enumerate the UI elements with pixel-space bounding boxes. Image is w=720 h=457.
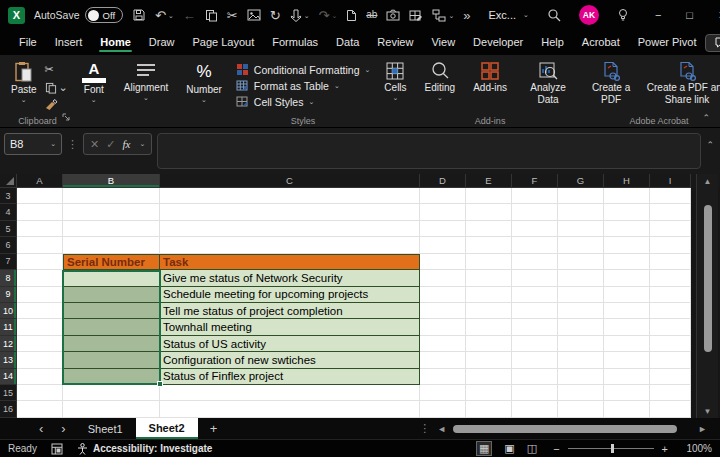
camera-icon[interactable] [386, 9, 400, 21]
cell-A8[interactable] [17, 270, 63, 286]
cell-E3[interactable] [466, 188, 512, 204]
cell-A5[interactable] [17, 221, 63, 237]
cell-F16[interactable] [512, 401, 558, 417]
cell-I12[interactable] [650, 336, 691, 352]
column-header-E[interactable]: E [466, 174, 512, 188]
cell-E13[interactable] [466, 352, 512, 368]
cell-G14[interactable] [558, 369, 604, 385]
create-pdf-button[interactable]: Create a PDF [585, 60, 637, 106]
cell-H10[interactable] [604, 303, 650, 319]
sheet-tab-sheet1[interactable]: Sheet1 [75, 418, 136, 439]
tab-review[interactable]: Review [368, 32, 422, 53]
column-header-G[interactable]: G [558, 174, 604, 188]
alignment-button[interactable]: Alignment⌄ [120, 60, 172, 103]
cell-F3[interactable] [512, 188, 558, 204]
autosave-control[interactable]: AutoSave Off [34, 7, 123, 23]
tab-formulas[interactable]: Formulas [263, 32, 327, 53]
paste-button[interactable]: Paste⌄ [7, 60, 41, 105]
cell-A11[interactable] [17, 319, 63, 335]
cell-F7[interactable] [512, 254, 558, 270]
cell-I16[interactable] [650, 401, 691, 417]
cell-G3[interactable] [558, 188, 604, 204]
autosave-toggle[interactable]: Off [85, 7, 124, 23]
cell-D16[interactable] [420, 401, 466, 417]
conditional-formatting-button[interactable]: Conditional Formatting⌄ [236, 63, 371, 76]
select-all-corner[interactable] [0, 174, 17, 188]
cell-I4[interactable] [650, 204, 691, 220]
row-header-10[interactable]: 10 [0, 303, 17, 319]
row-header-13[interactable]: 13 [0, 352, 17, 368]
cell-E6[interactable] [466, 237, 512, 253]
copy-icon[interactable] [205, 9, 218, 22]
cell-B5[interactable] [63, 221, 160, 237]
cell-G13[interactable] [558, 352, 604, 368]
tab-home[interactable]: Home [91, 32, 140, 53]
next-sheet-icon[interactable]: › [52, 421, 74, 436]
cell-I7[interactable] [650, 254, 691, 270]
cell-B7[interactable]: Serial Number [63, 254, 160, 270]
cell-G11[interactable] [558, 319, 604, 335]
cells-button[interactable]: Cells⌄ [380, 60, 410, 103]
cell-B14[interactable] [63, 369, 160, 385]
cell-D15[interactable] [420, 385, 466, 401]
cell-C15[interactable] [160, 385, 420, 401]
cell-A16[interactable] [17, 401, 63, 417]
tab-view[interactable]: View [422, 32, 464, 53]
cell-B13[interactable] [63, 352, 160, 368]
row-header-5[interactable]: 5 [0, 221, 17, 237]
cell-styles-button[interactable]: Cell Styles⌄ [236, 95, 371, 108]
row-header-3[interactable]: 3 [0, 188, 17, 204]
excel-logo-icon[interactable]: X [8, 7, 25, 24]
cell-F12[interactable] [512, 336, 558, 352]
cell-I8[interactable] [650, 270, 691, 286]
cell-H7[interactable] [604, 254, 650, 270]
cell-G4[interactable] [558, 204, 604, 220]
cell-I9[interactable] [650, 287, 691, 303]
comments-button[interactable]: Comments [705, 34, 720, 52]
hscroll-right-icon[interactable]: ► [691, 424, 714, 434]
cell-E12[interactable] [466, 336, 512, 352]
tab-help[interactable]: Help [532, 32, 573, 53]
cell-F6[interactable] [512, 237, 558, 253]
column-header-H[interactable]: H [604, 174, 650, 188]
lightbulb-icon[interactable] [617, 8, 629, 22]
zoom-level[interactable]: 100% [684, 443, 712, 454]
cell-D12[interactable] [420, 336, 466, 352]
cell-G7[interactable] [558, 254, 604, 270]
picture-icon[interactable] [247, 9, 261, 21]
cell-C10[interactable]: Tell me status of project completion [160, 303, 420, 319]
vertical-scroll-thumb[interactable] [704, 205, 712, 352]
undo-icon[interactable]: ↶⌄ [155, 9, 174, 22]
cell-I11[interactable] [650, 319, 691, 335]
tab-page-layout[interactable]: Page Layout [183, 32, 263, 53]
search-icon[interactable] [547, 8, 561, 22]
cell-E14[interactable] [466, 369, 512, 385]
macro-record-icon[interactable] [51, 443, 63, 455]
row-header-11[interactable]: 11 [0, 319, 17, 335]
cell-D3[interactable] [420, 188, 466, 204]
cell-F9[interactable] [512, 287, 558, 303]
cell-E4[interactable] [466, 204, 512, 220]
tab-file[interactable]: File [10, 32, 46, 53]
cell-I15[interactable] [650, 385, 691, 401]
addins-button[interactable]: Add-ins [469, 60, 511, 94]
row-header-16[interactable]: 16 [0, 401, 17, 417]
cell-G8[interactable] [558, 270, 604, 286]
row-header-12[interactable]: 12 [0, 336, 17, 352]
cell-D9[interactable] [420, 287, 466, 303]
minimize-button[interactable]: − [647, 9, 669, 21]
cell-A10[interactable] [17, 303, 63, 319]
name-box-splitter[interactable]: ⋮ [67, 133, 78, 155]
cell-H3[interactable] [604, 188, 650, 204]
column-header-F[interactable]: F [512, 174, 558, 188]
insert-function-button[interactable]: fx [122, 138, 130, 150]
cell-E8[interactable] [466, 270, 512, 286]
tab-power-pivot[interactable]: Power Pivot [629, 32, 706, 53]
cell-H8[interactable] [604, 270, 650, 286]
cell-E9[interactable] [466, 287, 512, 303]
cell-A6[interactable] [17, 237, 63, 253]
cell-H11[interactable] [604, 319, 650, 335]
cell-E16[interactable] [466, 401, 512, 417]
vertical-scrollbar[interactable]: ▲ ▼ [696, 174, 718, 418]
cell-F4[interactable] [512, 204, 558, 220]
